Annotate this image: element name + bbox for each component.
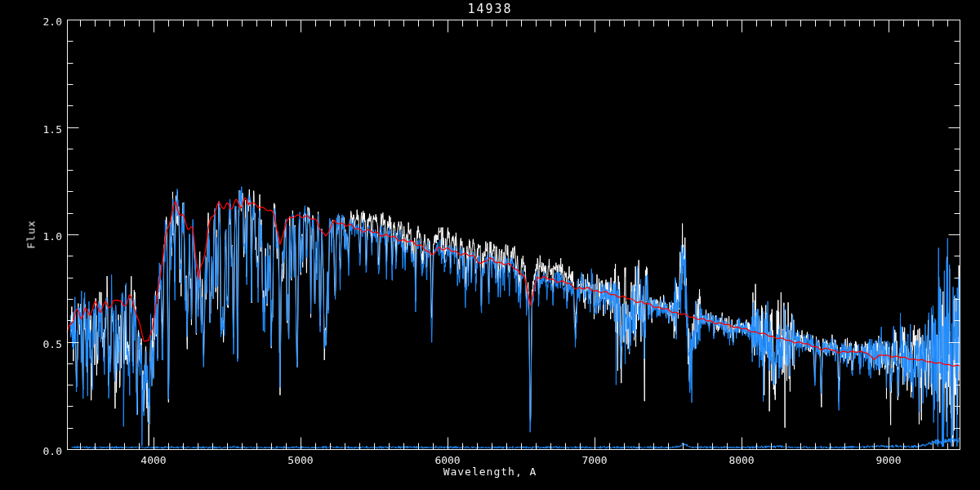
- y-tick-label: 0.5: [34, 337, 62, 350]
- x-tick-label: 9000: [875, 454, 901, 466]
- plot-title: 14938: [0, 2, 980, 16]
- spectrum-chart: 14938 Flux Wavelength, A 400050006000700…: [0, 0, 980, 490]
- y-tick-label: 1.5: [34, 122, 62, 135]
- y-tick-label: 0.0: [34, 445, 62, 457]
- y-tick-label: 2.0: [34, 16, 62, 28]
- x-tick-label: 4000: [140, 454, 166, 466]
- x-axis-label: Wavelength, A: [0, 466, 980, 478]
- x-tick-label: 7000: [581, 454, 607, 466]
- y-tick-label: 1.0: [34, 230, 62, 243]
- x-tick-label: 5000: [287, 454, 313, 466]
- x-tick-label: 6000: [434, 454, 460, 466]
- x-tick-label: 8000: [728, 454, 754, 466]
- spectrum-plot-canvas: [0, 0, 980, 490]
